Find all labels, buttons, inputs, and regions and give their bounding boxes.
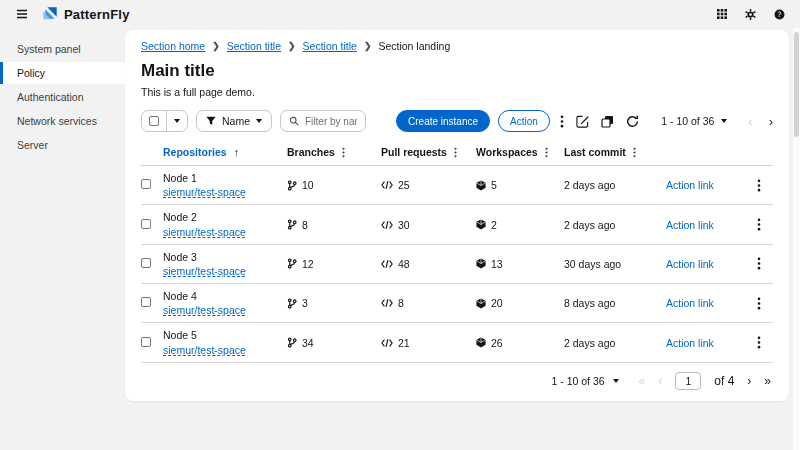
kebab-icon <box>560 115 564 128</box>
row-checkbox[interactable] <box>141 297 151 307</box>
sidebar-item-authentication[interactable]: Authentication <box>0 86 125 108</box>
code-icon <box>381 338 393 348</box>
action-link[interactable]: Action link <box>666 179 714 191</box>
workspaces-cell: 2 <box>476 219 564 231</box>
row-kebab-button[interactable] <box>745 336 773 349</box>
pagination-bottom: 1 - 10 of 36 « ‹ of 4 › » <box>141 363 773 401</box>
column-header-workspaces: Workspaces <box>476 146 564 158</box>
column-menu-icon[interactable] <box>545 147 548 158</box>
sidebar-item-policy[interactable]: Policy <box>0 62 125 84</box>
chevron-right-icon: ❯ <box>364 41 372 51</box>
row-checkbox[interactable] <box>141 179 151 189</box>
page-subtitle: This is a full page demo. <box>141 86 773 98</box>
first-page-icon: « <box>639 375 646 387</box>
sidebar-item-label: Network services <box>17 115 97 127</box>
repository-link[interactable]: siemur/test-space <box>163 304 246 316</box>
create-instance-button[interactable]: Create instance <box>396 110 490 132</box>
row-checkbox[interactable] <box>141 337 151 347</box>
sidebar-item-server[interactable]: Server <box>0 134 125 156</box>
chevron-down-icon[interactable] <box>721 119 727 123</box>
kebab-icon <box>757 297 761 310</box>
toolbar: Name Create instance Action <box>141 110 773 132</box>
workspaces-cell: 26 <box>476 337 564 349</box>
scrollbar-thumb[interactable] <box>794 32 799 137</box>
row-kebab-button[interactable] <box>745 179 773 192</box>
row-kebab-button[interactable] <box>745 218 773 231</box>
sort-ascending-icon[interactable]: ↑ <box>234 146 240 158</box>
repository-cell: Node 1 siemur/test-space <box>163 171 287 199</box>
next-page-icon[interactable]: › <box>769 115 773 128</box>
repository-link[interactable]: siemur/test-space <box>163 186 246 198</box>
total-pages-label: of 4 <box>714 374 734 388</box>
next-page-icon[interactable]: › <box>747 375 751 387</box>
action-link[interactable]: Action link <box>666 337 714 349</box>
search-input[interactable] <box>305 116 357 127</box>
app-launcher-button[interactable] <box>716 8 728 20</box>
nav-toggle-button[interactable] <box>14 6 30 22</box>
filter-dropdown[interactable]: Name <box>196 110 272 132</box>
chevron-down-icon <box>256 119 262 123</box>
current-page-input[interactable] <box>675 372 701 390</box>
repository-name: Node 5 <box>163 329 197 341</box>
action-link[interactable]: Action link <box>666 219 714 231</box>
clone-icon <box>601 115 614 128</box>
repository-link[interactable]: siemur/test-space <box>163 226 246 238</box>
clone-button[interactable] <box>599 113 616 130</box>
breadcrumb-link[interactable]: Section home <box>141 40 205 52</box>
hamburger-icon <box>16 8 28 20</box>
brand-name: PatternFly <box>64 7 130 22</box>
row-checkbox[interactable] <box>141 219 151 229</box>
bulk-select-checkbox[interactable] <box>142 111 166 131</box>
branches-cell: 12 <box>287 258 381 270</box>
toolbar-kebab-button[interactable] <box>558 113 566 130</box>
repository-link[interactable]: siemur/test-space <box>163 344 246 356</box>
sidebar-item-system-panel[interactable]: System panel <box>0 38 125 60</box>
workspaces-count: 5 <box>491 179 497 191</box>
action-link[interactable]: Action link <box>666 258 714 270</box>
last-commit-cell: 2 days ago <box>564 179 666 191</box>
repository-cell: Node 4 siemur/test-space <box>163 289 287 317</box>
column-label[interactable]: Repositories <box>163 146 227 158</box>
breadcrumb-link[interactable]: Section title <box>227 40 281 52</box>
action-cell: Action link <box>666 258 745 270</box>
row-checkbox-cell <box>141 219 163 231</box>
sync-button[interactable] <box>624 113 641 130</box>
column-menu-icon[interactable] <box>633 147 636 158</box>
kebab-icon <box>757 336 761 349</box>
column-menu-icon[interactable] <box>342 147 345 158</box>
workspaces-count: 20 <box>491 297 503 309</box>
edit-button[interactable] <box>574 113 591 130</box>
table-row: Node 4 siemur/test-space 3 8 <box>141 284 773 323</box>
pull-requests-count: 30 <box>398 219 410 231</box>
pagination-nav: « ‹ of 4 › » <box>639 372 771 390</box>
help-button[interactable]: ? <box>773 8 786 21</box>
row-checkbox[interactable] <box>141 258 151 268</box>
repository-link[interactable]: siemur/test-space <box>163 265 246 277</box>
chevron-down-icon[interactable] <box>613 379 619 383</box>
action-button[interactable]: Action <box>498 110 550 132</box>
settings-button[interactable] <box>744 8 757 21</box>
repository-name: Node 1 <box>163 172 197 184</box>
workspaces-count: 26 <box>491 337 503 349</box>
bulk-select-toggle[interactable] <box>167 111 187 131</box>
search-icon <box>289 116 299 126</box>
row-kebab-button[interactable] <box>745 257 773 270</box>
last-commit-cell: 30 days ago <box>564 258 666 270</box>
chevron-right-icon: ❯ <box>212 41 220 51</box>
sidebar-item-network-services[interactable]: Network services <box>0 110 125 132</box>
column-label: Workspaces <box>476 146 538 158</box>
checkbox <box>149 116 159 126</box>
row-checkbox-cell <box>141 258 163 270</box>
breadcrumb-link[interactable]: Section title <box>303 40 357 52</box>
gear-icon <box>745 9 756 20</box>
pull-requests-cell: 30 <box>381 219 476 231</box>
code-branch-icon <box>287 337 297 348</box>
vertical-scrollbar[interactable] <box>793 28 800 450</box>
grid-icon <box>717 9 727 19</box>
row-checkbox-cell <box>141 179 163 191</box>
last-page-icon[interactable]: » <box>764 375 771 387</box>
row-kebab-button[interactable] <box>745 297 773 310</box>
prev-page-icon: ‹ <box>748 115 752 128</box>
column-menu-icon[interactable] <box>454 147 457 158</box>
action-link[interactable]: Action link <box>666 297 714 309</box>
